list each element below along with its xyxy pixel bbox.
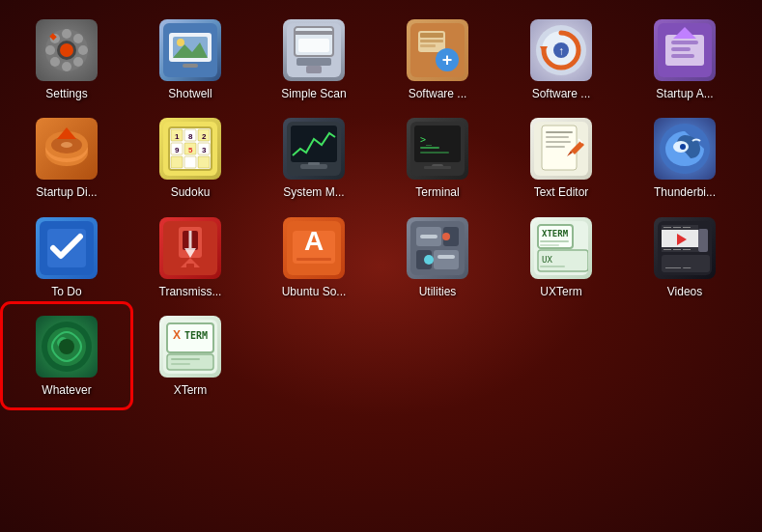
app-item-startup-disk[interactable]: Startup Di... [5,108,128,207]
app-icon-xterm: X TERM [159,316,221,378]
app-item-thunderbird[interactable]: Thunderbi... [623,108,747,207]
svg-rect-40 [671,47,691,51]
app-icon-whatever [36,316,98,378]
svg-rect-124 [673,249,681,250]
svg-rect-73 [420,152,449,154]
svg-rect-81 [546,146,565,148]
svg-rect-92 [186,264,194,271]
app-item-ubuntu-software[interactable]: A Ubuntu So... [252,208,376,306]
app-item-software-updater[interactable]: ↑ Software ... [499,10,623,108]
svg-rect-17 [183,64,198,68]
svg-rect-139 [171,358,200,360]
app-item-utilities[interactable]: Utilities [376,208,499,306]
svg-rect-68 [308,162,320,165]
app-label-text-editor: Text Editor [534,185,589,199]
svg-text:—— —: —— — [665,263,691,271]
svg-rect-20 [295,31,333,35]
svg-point-2 [78,45,88,55]
app-label-transmission: Transmiss... [159,285,222,298]
app-icon-simplescan [283,19,345,81]
app-label-software-center: Software ... [409,87,467,100]
svg-rect-120 [673,227,681,228]
svg-rect-57 [184,156,196,168]
app-icon-videos: —— — [654,217,716,279]
svg-rect-78 [546,131,573,133]
svg-point-105 [442,233,450,240]
app-item-shotwell[interactable]: Shotwell [128,10,252,108]
app-label-ubuntu-software: Ubuntu So... [282,285,347,298]
app-item-sudoku[interactable]: 1 8 2 9 5 3 Sudoku [128,108,252,207]
svg-rect-41 [671,54,694,58]
app-icon-uxterm: XTERM UX [530,217,592,279]
svg-text:↑: ↑ [558,44,564,58]
app-item-system-monitor[interactable]: System M... [252,108,376,207]
svg-rect-39 [671,41,698,44]
svg-rect-75 [424,166,451,169]
svg-rect-111 [540,240,569,242]
app-icon-todo [36,217,98,279]
svg-point-104 [424,255,434,265]
svg-rect-72 [420,147,439,149]
app-label-terminal: Terminal [415,185,459,199]
svg-rect-125 [683,249,691,250]
app-item-terminal[interactable]: >_ Terminal [376,108,499,207]
svg-text:8: 8 [188,132,193,141]
app-item-todo[interactable]: To Do [5,208,128,306]
svg-rect-103 [434,250,459,269]
svg-rect-115 [540,266,565,267]
app-item-startup-apps[interactable]: Startup A... [623,10,747,108]
svg-rect-138 [167,354,213,370]
app-label-software-updater: Software ... [532,87,591,100]
svg-rect-123 [663,249,671,250]
app-item-whatever[interactable]: Whatever [5,306,128,405]
svg-rect-21 [298,39,329,52]
app-label-uxterm: UXTerm [540,285,581,298]
app-item-videos[interactable]: —— — Videos [623,208,747,306]
svg-rect-28 [420,44,436,47]
app-icon-text-editor [530,118,592,180]
app-icon-terminal: >_ [407,118,468,180]
svg-rect-56 [171,156,183,168]
svg-rect-140 [171,363,190,365]
app-icon-startup-apps [654,19,716,81]
svg-rect-66 [291,126,337,162]
svg-rect-112 [540,244,559,246]
app-icon-thunderbird [654,118,716,180]
svg-rect-58 [198,156,210,168]
app-icon-startup-disk [36,118,98,180]
svg-rect-26 [420,33,443,38]
svg-text:9: 9 [175,146,180,154]
app-item-uxterm[interactable]: XTERM UX UXTerm [499,208,623,306]
svg-text:5: 5 [188,146,193,154]
app-label-videos: Videos [667,285,702,298]
svg-rect-119 [663,227,671,228]
app-label-xterm: XTerm [174,383,208,397]
app-item-settings[interactable]: Settings [5,10,128,108]
app-icon-sudoku: 1 8 2 9 5 3 [159,118,221,180]
svg-text:2: 2 [202,132,207,141]
svg-point-9 [73,34,83,43]
svg-text:TERM: TERM [184,330,208,341]
app-icon-software-updater: ↑ [530,19,592,81]
svg-point-3 [73,57,83,67]
app-label-utilities: Utilities [419,285,457,298]
svg-rect-80 [546,141,571,143]
svg-rect-107 [437,255,455,259]
app-label-sudoku: Sudoku [171,185,211,199]
svg-rect-121 [683,227,691,228]
app-icon-system-monitor [283,118,345,180]
app-icon-settings [36,19,98,81]
app-item-text-editor[interactable]: Text Editor [499,108,623,207]
app-label-startup-disk: Startup Di... [36,185,97,199]
app-label-todo: To Do [51,285,81,298]
svg-text:>_: >_ [420,134,433,146]
app-label-simplescan: Simple Scan [281,87,346,100]
app-item-software-center[interactable]: + Software ... [376,10,499,108]
app-item-transmission[interactable]: Transmiss... [128,208,252,306]
app-item-xterm[interactable]: X TERM XTerm [128,306,252,405]
svg-point-6 [45,45,55,55]
svg-point-16 [177,39,184,46]
svg-text:+: + [442,50,453,70]
app-item-simplescan[interactable]: Simple Scan [252,10,376,108]
app-icon-transmission [159,217,221,279]
